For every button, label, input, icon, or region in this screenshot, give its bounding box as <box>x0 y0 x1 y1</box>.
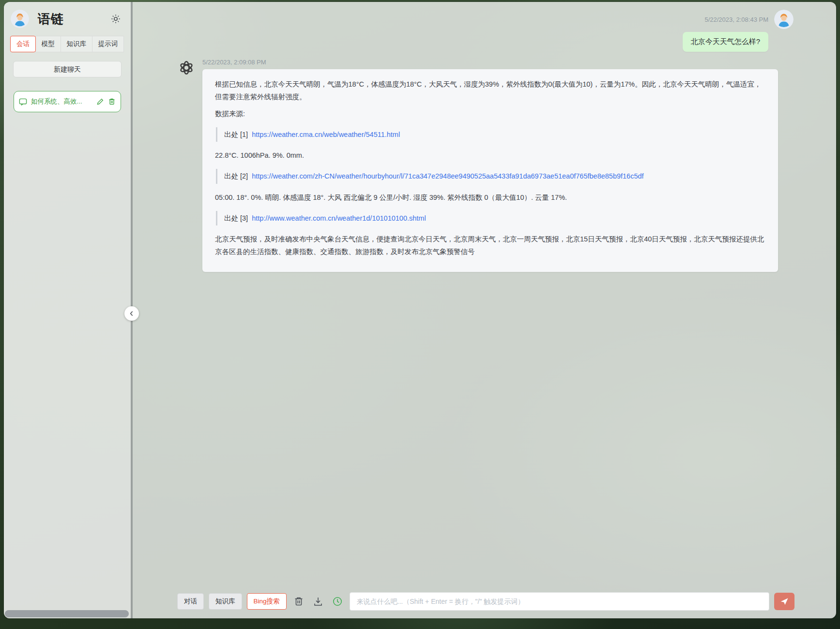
citation-link[interactable]: http://www.weather.com.cn/weather1d/1010… <box>252 212 426 225</box>
download-export-icon[interactable] <box>313 596 323 607</box>
sidebar-header: 语链 <box>11 10 124 28</box>
delete-trash-icon[interactable] <box>108 98 116 105</box>
user-message-row: 5/22/2023, 2:08:43 PM 北京今天天气怎么样? <box>133 2 836 52</box>
user-avatar <box>11 10 29 28</box>
openai-logo-icon <box>177 59 196 77</box>
composer-bar: 对话 知识库 Bing搜索 <box>133 592 836 618</box>
sidebar-tabs: 会话 模型 知识库 提示词 <box>11 36 124 52</box>
citation-label: 出处 [1] <box>224 128 248 141</box>
citation-1: 出处 [1] https://weather.cma.cn/web/weathe… <box>216 127 765 142</box>
sidebar-collapse-button[interactable] <box>124 306 139 321</box>
mode-button-chat[interactable]: 对话 <box>177 593 204 610</box>
citation-excerpt: 北京天气预报，及时准确发布中央气象台天气信息，便捷查询北京今日天气，北京周末天气… <box>215 233 765 258</box>
citation-2: 出处 [2] https://weather.com/zh-CN/weather… <box>216 169 765 183</box>
mode-button-knowledge-base[interactable]: 知识库 <box>209 593 242 610</box>
chat-message-area: 5/22/2023, 2:08:43 PM 北京今天天气怎么样? <box>133 2 836 592</box>
sidebar-divider <box>131 2 133 618</box>
tab-models[interactable]: 模型 <box>35 36 61 52</box>
clear-trash-icon[interactable] <box>293 596 304 607</box>
citation-3: 出处 [3] http://www.weather.com.cn/weather… <box>216 211 765 225</box>
message-input[interactable] <box>350 592 769 611</box>
edit-pencil-icon[interactable] <box>96 98 104 105</box>
conversation-list-item[interactable]: 如何系统、高效... <box>14 91 121 112</box>
citation-label: 出处 [3] <box>224 212 248 225</box>
app-title: 语链 <box>38 11 110 28</box>
tab-conversations[interactable]: 会话 <box>10 36 36 52</box>
sidebar: 语链 会话 模型 知识库 提示词 新建聊天 <box>4 2 131 618</box>
assistant-message-card: 根据已知信息，北京今天天气晴朗，气温为18°C，体感温度为18°C，大风天气，湿… <box>202 69 778 272</box>
assistant-paragraph: 根据已知信息，北京今天天气晴朗，气温为18°C，体感温度为18°C，大风天气，湿… <box>215 78 765 103</box>
mode-button-bing-search[interactable]: Bing搜索 <box>247 593 287 610</box>
user-message-timestamp: 5/22/2023, 2:08:43 PM <box>704 16 768 23</box>
assistant-message-row: 5/22/2023, 2:09:08 PM 根据已知信息，北京今天天气晴朗，气温… <box>133 52 836 272</box>
assistant-message-timestamp: 5/22/2023, 2:09:08 PM <box>202 59 778 66</box>
citation-link[interactable]: https://weather.com/zh-CN/weather/hourby… <box>252 170 643 182</box>
user-avatar <box>774 10 794 29</box>
paper-plane-icon <box>779 597 789 606</box>
new-chat-button[interactable]: 新建聊天 <box>13 61 122 77</box>
citation-excerpt: 22.8°C. 1006hPa. 9%. 0mm. <box>215 149 765 162</box>
settings-gear-icon[interactable] <box>110 14 121 24</box>
chevron-left-icon <box>128 310 136 317</box>
history-clock-icon[interactable] <box>332 596 343 607</box>
citation-label: 出处 [2] <box>224 170 248 182</box>
sources-heading: 数据来源: <box>215 107 765 120</box>
tab-knowledge-base[interactable]: 知识库 <box>61 36 92 52</box>
user-message-bubble: 北京今天天气怎么样? <box>683 32 768 52</box>
chat-main: 5/22/2023, 2:08:43 PM 北京今天天气怎么样? <box>133 2 836 618</box>
send-button[interactable] <box>774 593 794 610</box>
citation-link[interactable]: https://weather.cma.cn/web/weather/54511… <box>252 128 400 141</box>
tab-prompts[interactable]: 提示词 <box>92 36 124 52</box>
chat-bubble-icon <box>19 98 27 106</box>
app-window: 语链 会话 模型 知识库 提示词 新建聊天 <box>4 2 836 618</box>
citation-excerpt: 05:00. 18°. 0%. 晴朗. 体感温度 18°. 大风 西北偏北 9 … <box>215 191 765 204</box>
conversation-title: 如何系统、高效... <box>31 97 92 106</box>
sidebar-scrollbar-thumb[interactable] <box>5 610 129 617</box>
